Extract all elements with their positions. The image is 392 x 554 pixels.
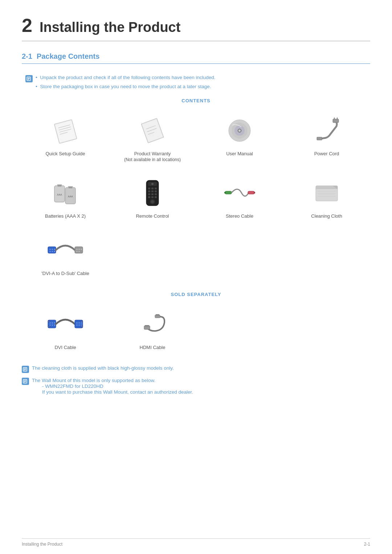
item-remote-control: Remote Control [109,173,196,227]
item-stereo-cable: Stereo Cable [196,173,283,227]
bottom-note-1: The cleaning cloth is supplied with blac… [22,365,370,373]
svg-rect-51 [248,191,254,194]
svg-point-89 [81,325,83,327]
footer-right: 2-1 [364,542,370,547]
hdmi-cable-image [131,308,174,341]
svg-rect-23 [317,137,322,140]
wall-mount-model: - WMN22FMD for LD220HD [42,383,103,389]
note-row-1: • Unpack the product and check if all of… [25,75,370,82]
svg-rect-35 [148,188,150,189]
svg-rect-43 [155,193,157,195]
svg-point-68 [79,249,80,250]
cleaning-cloth-image [305,177,348,209]
svg-rect-46 [155,196,157,198]
bottom-note-text-1: The cleaning cloth is supplied with blac… [32,365,174,371]
note-text-1: • Unpack the product and check if all of… [36,75,216,80]
hdmi-cable-label: HDMI Cable [140,344,166,351]
note-row-2: • Store the packaging box in case you ne… [36,84,370,89]
svg-point-65 [54,251,55,252]
svg-rect-37 [155,188,157,189]
bottom-notes: The cleaning cloth is supplied with blac… [22,365,370,395]
svg-rect-93 [156,314,159,316]
product-warranty-image [131,114,174,147]
item-cleaning-cloth: Cleaning Cloth [283,173,370,227]
svg-point-85 [77,324,78,325]
svg-point-19 [238,130,241,132]
svg-rect-49 [225,191,232,194]
bottom-note-text-2: The Wall Mount of this model is only sup… [32,378,155,383]
svg-point-69 [81,249,82,250]
sold-separately-grid: DVI Cable HDMI Cable [22,304,370,358]
svg-rect-45 [151,196,154,198]
svg-rect-59 [48,247,56,253]
svg-point-80 [48,325,50,327]
svg-point-63 [50,251,51,252]
svg-point-74 [52,322,53,323]
section-title: Package Contents [37,52,99,61]
remote-control-image [131,177,174,209]
quick-setup-guide-label: Quick Setup Guide [45,151,85,157]
bottom-note-2: The Wall Mount of this model is only sup… [22,377,370,395]
svg-point-71 [79,251,80,252]
item-user-manual: User Manual [196,111,283,169]
svg-point-88 [81,320,83,322]
sold-separately-label: SOLD SEPARATELY [22,292,370,297]
user-manual-image [218,114,261,147]
svg-rect-36 [151,188,154,189]
cleaning-cloth-label: Cleaning Cloth [311,213,342,219]
svg-rect-40 [155,190,157,192]
svg-point-86 [79,324,80,325]
svg-rect-91 [145,325,149,327]
product-warranty-label: Product Warranty [134,151,171,157]
dvi-cable-label: DVI Cable [54,344,76,351]
page-footer: Installing the Product 2-1 [22,538,370,547]
batteries-label: Batteries (AAA X 2) [45,213,86,219]
product-warranty-sublabel: (Not available in all locations) [124,157,181,162]
svg-point-78 [54,324,55,325]
svg-rect-66 [75,247,83,253]
section-heading: 2-1 Package Contents [22,52,370,64]
stereo-cable-label: Stereo Cable [226,213,253,219]
quick-setup-guide-image [44,114,87,147]
svg-rect-39 [151,190,154,192]
svg-point-64 [52,251,53,252]
item-batteries: AAA AAA Batteries (AAA X 2) [22,173,109,227]
stereo-cable-image [218,177,261,209]
contents-row-2: AAA AAA Batteries (AAA X 2) [22,173,370,227]
power-cord-label: Power Cord [314,151,339,157]
svg-point-75 [54,322,55,323]
dvi-to-dsub-label: 'DVI-A to D-Sub' Cable [41,270,89,277]
svg-rect-52 [254,192,255,193]
svg-point-67 [77,249,78,250]
svg-rect-42 [151,193,154,195]
item-dvi-to-dsub: 'DVI-A to D-Sub' Cable [22,230,109,284]
chapter-heading: 2 Installing the Product [22,15,370,41]
dvi-cable-image [44,308,87,341]
contents-row-1: Quick Setup Guide Product Warranty (Not … [22,111,370,169]
svg-point-48 [151,200,154,203]
svg-point-61 [52,249,53,250]
contents-label: CONTENTS [22,98,370,103]
svg-rect-20 [333,119,339,123]
item-dvi-cable: DVI Cable [22,304,109,358]
item-quick-setup-guide: Quick Setup Guide [22,111,109,169]
svg-point-70 [77,251,78,252]
batteries-image: AAA AAA [44,177,87,209]
chapter-title: Installing the Product [40,20,180,35]
svg-rect-29 [69,187,72,188]
svg-text:AAA: AAA [68,195,73,198]
dvi-to-dsub-image [44,234,87,267]
svg-point-79 [48,320,50,322]
svg-rect-44 [148,196,150,198]
item-hdmi-cable: HDMI Cable [109,304,196,358]
remote-control-label: Remote Control [136,213,169,219]
svg-text:AAA: AAA [57,193,62,196]
section-number: 2-1 [22,52,32,61]
item-product-warranty: Product Warranty (Not available in all l… [109,111,196,169]
user-manual-label: User Manual [226,151,253,157]
contents-row-3: 'DVI-A to D-Sub' Cable [22,230,370,284]
footer-left: Installing the Product [22,542,62,547]
svg-point-60 [50,249,51,250]
svg-point-73 [50,322,51,323]
svg-point-62 [54,249,55,250]
